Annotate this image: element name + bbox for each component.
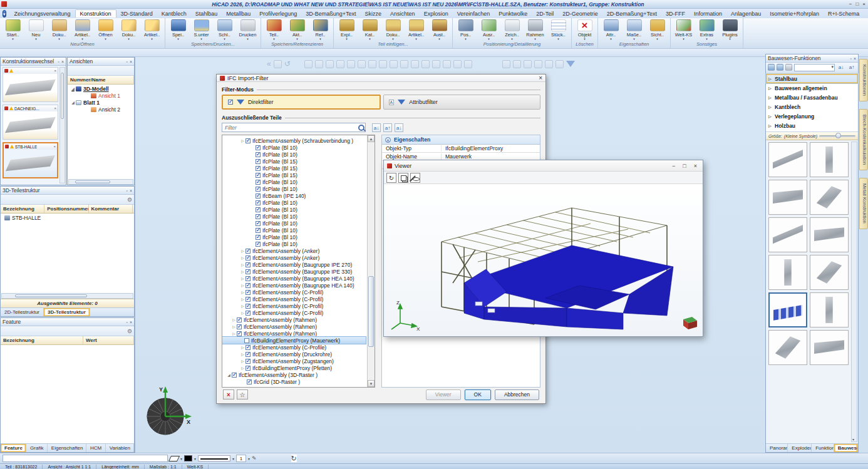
expand-arrow-icon[interactable]: ▷ — [240, 297, 245, 301]
pen-icon[interactable]: ✎ — [252, 455, 257, 461]
ribbon-button[interactable]: Pos.. ▾ — [454, 19, 477, 41]
checkbox[interactable] — [256, 228, 261, 233]
ribbon-button[interactable]: Objekt ▾ — [573, 19, 596, 41]
checkbox[interactable] — [256, 207, 261, 212]
column-header[interactable]: Bezeichnung — [1, 205, 44, 213]
feature-tab[interactable]: Variablen — [106, 444, 134, 452]
function-category[interactable]: ▷ Stahlbau — [766, 74, 858, 83]
ifc-tree-item[interactable]: IfcPlate (Bl 15) — [222, 172, 366, 178]
ifc-tree-item[interactable]: ▷ IfcElementAssembly (Baugruppe IPE 270) — [222, 261, 366, 268]
menu-tab[interactable]: Anlagenbau — [726, 10, 765, 18]
ribbon-button[interactable]: S.unter ▾ — [190, 19, 213, 41]
ifc-tree-item[interactable]: IfcPlate (Bl 10) — [222, 144, 366, 151]
menu-tab[interactable]: Kantblech — [157, 10, 191, 18]
ifc-tree-item[interactable]: ▷ IfcElementAssembly (Druckrohre) — [222, 351, 366, 358]
color-swatch[interactable] — [184, 455, 192, 461]
view-cube8-icon[interactable] — [443, 60, 451, 68]
ifc-tree-item[interactable]: ▷ IfcElementAssembly (Rahmen) — [222, 316, 366, 323]
ribbon-button[interactable]: Plugins ▾ — [718, 19, 741, 41]
zoom2-icon[interactable] — [347, 60, 355, 68]
gear-icon[interactable]: ⚙ — [127, 328, 132, 334]
ribbon-button[interactable]: Akt.. ▾ — [286, 19, 309, 41]
checkbox[interactable] — [256, 180, 261, 185]
ribbon-button[interactable]: Doku.. ▾ — [48, 19, 71, 41]
ifc-tree-item[interactable]: ▷ IfcElementAssembly (Anker) — [222, 247, 366, 254]
column-header[interactable]: Nummer/Name — [68, 76, 134, 84]
checkbox[interactable] — [256, 145, 261, 150]
ifc-tree-item[interactable]: IfcPlate (Bl 15) — [222, 158, 366, 165]
ifc-tree-item[interactable]: ▷ IfcElementAssembly (Zugstangen) — [222, 358, 366, 364]
menu-tab[interactable]: Zeichnungsverwaltung — [10, 10, 75, 18]
ifc-tree-item[interactable]: ▷ IfcBuildingElementProxy (Pfetten) — [222, 364, 366, 371]
attributfilter-button[interactable]: A Attributfilter — [383, 95, 541, 110]
ifc-tree-item[interactable]: ▷ IfcElementAssembly (Baugruppe IPE 330) — [222, 268, 366, 275]
viewer-minimize-button[interactable]: − — [672, 163, 675, 169]
ifc-tree-item[interactable]: ▷ IfcElementAssembly (Baugruppe HEA 140) — [222, 275, 366, 282]
checkbox[interactable] — [256, 242, 261, 247]
function-category[interactable]: ▷ Holzbau — [766, 121, 858, 130]
search-combo[interactable] — [794, 64, 835, 71]
docked-panel-tab[interactable]: Blech-Kostenkalkulation — [859, 109, 868, 170]
docked-panel-tab[interactable]: Metall Konstruktion — [859, 178, 868, 229]
expand-arrow-icon[interactable]: ▷ — [240, 290, 245, 294]
view-tree-item[interactable]: ◢ 3D-Modell — [68, 85, 134, 92]
checkbox[interactable] — [256, 214, 261, 219]
expand-arrow-icon[interactable]: ▷ — [240, 276, 245, 281]
link-icon[interactable] — [304, 60, 313, 68]
expand-arrow-icon[interactable]: ▷ — [240, 311, 245, 315]
dialog-close-button[interactable]: × — [539, 75, 542, 81]
ifc-tree-item[interactable]: ◢ IfcElementAssembly (3D-Raster ) — [222, 371, 366, 378]
sort-asc-icon[interactable]: a↓ — [837, 63, 845, 72]
function-thumbnail[interactable] — [810, 255, 849, 290]
checkbox[interactable] — [245, 249, 251, 254]
checkbox[interactable] — [256, 221, 261, 226]
ribbon-button[interactable]: Teil.. ▾ — [262, 19, 286, 41]
checkbox[interactable] — [245, 311, 251, 316]
zoom3-icon[interactable] — [358, 60, 366, 68]
expand-arrow-icon[interactable]: ▷ — [240, 269, 245, 274]
filter-funnel-icon[interactable] — [566, 61, 575, 67]
ribbon-button[interactable]: Attr.. ▾ — [599, 19, 623, 41]
dialog-button[interactable]: Abbrechen — [495, 389, 539, 400]
checkbox[interactable] — [256, 235, 261, 240]
tree-view-icon[interactable] — [768, 64, 775, 71]
viewer-3d-canvas[interactable]: Z X — [384, 184, 703, 336]
function-category[interactable]: ▷ Kantblech — [766, 102, 858, 111]
function-thumbnail[interactable] — [810, 180, 849, 215]
ribbon-button[interactable]: Doku.. ▾ — [381, 19, 405, 41]
menu-tab[interactable]: Profilverlegung — [255, 10, 301, 18]
menu-tab[interactable]: R+I-Bibliothek — [864, 10, 868, 18]
menu-tab[interactable]: 2D-Geometrie — [558, 10, 602, 18]
caret-icon[interactable]: ▾ — [194, 456, 196, 461]
ifc-tree-item[interactable]: IfcBeam (IPE 140) — [222, 192, 366, 199]
ifc-tree-item[interactable]: IfcBuildingElementProxy (Mauerwerk) — [222, 337, 366, 344]
close-icon[interactable]: × — [854, 56, 856, 61]
checkbox[interactable] — [244, 338, 249, 343]
size-slider[interactable] — [819, 135, 855, 137]
expand-arrow-icon[interactable]: ◢ — [226, 373, 232, 377]
function-thumbnail[interactable] — [768, 292, 807, 327]
ifc-tree-item[interactable]: IfcPlate (Bl 10) — [222, 185, 366, 192]
checkbox[interactable] — [232, 373, 237, 378]
ifc-tree-item[interactable]: IfcPlate (Bl 10) — [222, 206, 366, 213]
ifc-tree-item[interactable]: IfcPlate (Bl 10) — [222, 199, 366, 206]
function-category[interactable]: ▷ Verlegeplanung — [766, 111, 858, 121]
dialog-button[interactable]: OK — [465, 389, 491, 400]
feature-tab[interactable]: Eigenschaften — [48, 444, 86, 452]
checkbox[interactable] — [245, 269, 251, 274]
pin-icon[interactable]: ▫ — [126, 188, 127, 193]
checkbox[interactable] — [245, 290, 251, 295]
feature-tab[interactable]: Grafik — [26, 444, 48, 452]
expand-arrow-icon[interactable]: ▷ — [240, 138, 245, 143]
close-icon[interactable]: × — [53, 145, 56, 148]
command-input[interactable] — [3, 455, 168, 462]
tree-scrollbar[interactable]: ▲▼ — [367, 135, 375, 387]
ribbon-button[interactable]: Rahmen ▾ — [524, 19, 547, 41]
ribbon-button[interactable]: Artikel.. ▾ — [405, 19, 428, 41]
checkbox[interactable] — [256, 152, 261, 157]
sort-desc-icon[interactable]: a↑ — [847, 63, 856, 72]
rotate-icon[interactable] — [464, 60, 472, 68]
expand-arrow-icon[interactable]: ▷ — [231, 331, 237, 336]
ribbon-button[interactable]: Ref.. ▾ — [309, 19, 332, 41]
pin-icon[interactable]: ▫ — [850, 56, 851, 61]
